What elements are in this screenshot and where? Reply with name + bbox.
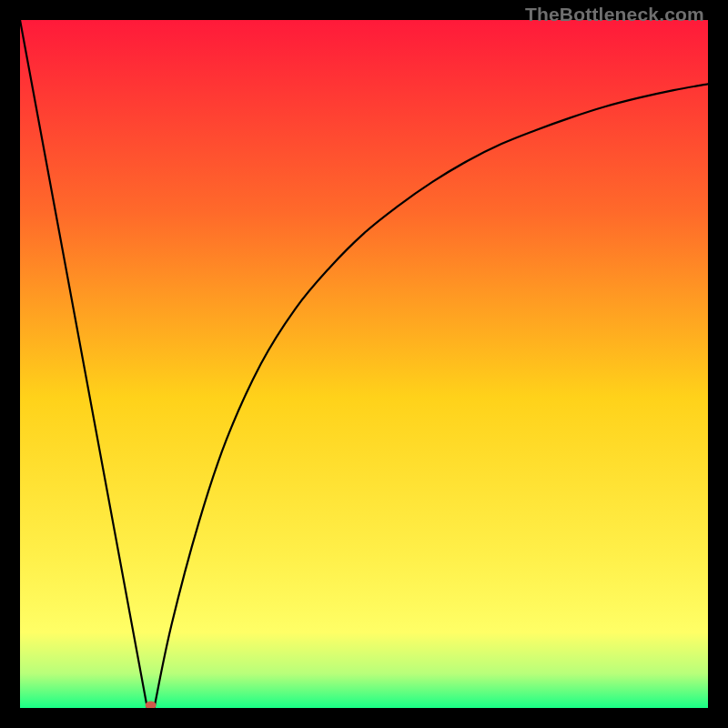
chart-svg bbox=[20, 20, 708, 708]
watermark-text: TheBottleneck.com bbox=[525, 4, 704, 25]
gradient-bg bbox=[20, 20, 708, 708]
chart-frame bbox=[20, 20, 708, 708]
